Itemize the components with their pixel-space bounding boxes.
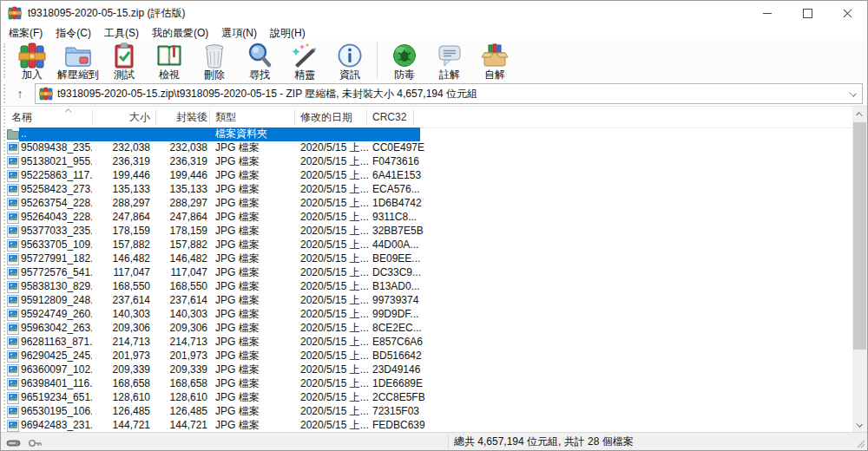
cell-date: 2020/5/15 上... [300,308,370,322]
table-row[interactable]: 96530195_106...126,485126,485JPG 檔案2020/… [6,405,854,419]
drive-icon[interactable] [6,437,22,449]
minimize-button[interactable] [747,1,787,25]
cell-name: 96519234_651... [21,391,92,405]
toolbar-gripper[interactable] [3,43,8,78]
scroll-down-arrow[interactable] [852,418,867,433]
table-row[interactable]: 96519234_651...128,610128,610JPG 檔案2020/… [6,391,854,405]
cell-type: 檔案資料夾 [215,127,295,141]
menu-bar: 檔案(F) 指令(C) 工具(S) 我的最愛(O) 選項(N) 說明(H) [1,25,867,41]
table-row[interactable]: 95263754_228...288,297288,297JPG 檔案2020/… [6,197,854,211]
table-row[interactable]: 95633705_109...157,882157,882JPG 檔案2020/… [6,239,854,252]
menu-tools[interactable]: 工具(S) [98,26,145,41]
table-row[interactable]: 96942483_231...144,721144,721JPG 檔案2020/… [6,419,854,433]
cell-crc: ECA576... [372,183,426,197]
menu-favorites[interactable]: 我的最愛(O) [146,26,214,41]
add-books-icon [18,42,46,69]
toolbar-button-comment[interactable]: 註解 [427,41,472,80]
key-icon[interactable] [27,437,43,449]
toolbar-label: 防毒 [394,69,415,80]
column-divider[interactable] [294,109,295,125]
menu-options[interactable]: 選項(N) [215,26,263,41]
toolbar-button-virus-scan[interactable]: 防毒 [382,41,427,80]
close-button[interactable] [827,1,867,25]
cell-packed: 288,297 [155,197,207,211]
table-row[interactable]: 95924749_260...140,303140,303JPG 檔案2020/… [6,308,854,322]
jpg-file-icon [7,267,20,279]
cell-type: JPG 檔案 [215,294,295,308]
cell-crc: 6A41E153 [372,169,426,183]
cell-name: 96942483_231... [21,419,92,433]
menu-file[interactable]: 檔案(F) [3,26,49,41]
column-header-packed[interactable]: 封裝後 [155,107,207,127]
column-header-type[interactable]: 類型 [215,107,236,127]
cell-crc: 8CE2EC... [372,322,426,336]
cell-date: 2020/5/15 上... [300,225,370,239]
toolbar-label: 檢視 [159,69,180,80]
toolbar-button-test[interactable]: 測試 [102,41,147,80]
jpg-file-icon [7,392,20,404]
cell-name: .. [21,127,92,141]
address-combo[interactable]: t9318095-2020-05-15.zip\t9318095-2020-05… [35,83,863,104]
cell-crc: 23D49146 [372,363,426,377]
column-divider[interactable] [155,109,156,125]
toolbar-button-sfx[interactable]: 自解 [472,41,517,80]
cell-type: JPG 檔案 [215,197,295,211]
column-header-date[interactable]: 修改的日期 [300,107,352,127]
column-header-crc32[interactable]: CRC32 [372,107,406,127]
toolbar-button-info[interactable]: 資訊 [327,41,372,80]
chevron-down-icon[interactable] [850,89,857,96]
column-divider[interactable] [413,109,414,125]
vertical-scrollbar[interactable] [852,107,867,433]
toolbar-button-find[interactable]: 尋找 [237,41,282,80]
table-row[interactable]: 96281163_871...214,713214,713JPG 檔案2020/… [6,336,854,350]
cell-size: 178,159 [88,225,150,239]
table-row[interactable]: 95225863_117...199,446199,446JPG 檔案2020/… [6,169,854,183]
cell-type: JPG 檔案 [215,211,295,225]
scrollbar-thumb[interactable] [853,122,866,350]
jpg-file-icon [7,239,20,252]
column-divider[interactable] [92,109,93,125]
table-row[interactable]: 96360097_102...209,339209,339JPG 檔案2020/… [6,363,854,377]
column-header-size[interactable]: 大小 [88,107,150,127]
toolbar-button-extract-to[interactable]: 解壓縮到 [55,41,102,80]
winrar-window: { "window": { "title": "t9318095-2020-05… [0,0,868,451]
table-row[interactable]: 96290425_245...201,973201,973JPG 檔案2020/… [6,350,854,363]
resize-grip[interactable] [855,438,865,448]
toolbar-button-wizard[interactable]: 精靈 [282,41,327,80]
up-button[interactable]: ↑ [10,84,30,103]
toolbar-button-delete[interactable]: 刪除 [192,41,237,80]
cell-packed: 126,485 [155,405,207,419]
table-row[interactable]: 95772576_541...117,047117,047JPG 檔案2020/… [6,266,854,280]
table-row[interactable]: 95838130_829...168,550168,550JPG 檔案2020/… [6,280,854,294]
sfx-box-icon [481,42,509,69]
cell-name: 95727991_182... [21,252,92,266]
cell-packed: 237,614 [155,294,207,308]
scroll-up-arrow[interactable] [852,107,867,121]
table-row[interactable]: 95377033_235...178,159178,159JPG 檔案2020/… [6,225,854,239]
cell-packed: 236,319 [155,155,207,169]
cell-date: 2020/5/15 上... [300,239,370,252]
toolbar-button-view[interactable]: 檢視 [147,41,192,80]
menu-commands[interactable]: 指令(C) [49,26,97,41]
column-header-name[interactable]: 名稱 [11,107,32,127]
table-row[interactable]: 95912809_248...237,614237,614JPG 檔案2020/… [6,294,854,308]
table-row[interactable]: 95727991_182...146,482146,482JPG 檔案2020/… [6,252,854,266]
table-row[interactable]: 96398401_116...168,658168,658JPG 檔案2020/… [6,377,854,391]
table-row[interactable]: 95138021_955...236,319236,319JPG 檔案2020/… [6,155,854,169]
column-divider[interactable] [209,109,210,125]
jpg-file-icon [7,309,20,321]
toolbar-button-add[interactable]: 加入 [10,41,55,80]
cell-crc: DC33C9... [372,266,426,280]
address-gripper[interactable] [3,84,8,103]
column-divider[interactable] [366,109,367,125]
cell-size: 128,610 [88,391,150,405]
table-row[interactable]: 95264043_228...247,864247,864JPG 檔案2020/… [6,211,854,225]
table-row-parent-folder[interactable]: .. 檔案資料夾 [6,127,854,141]
table-row[interactable]: 95089438_235...232,038232,038JPG 檔案2020/… [6,141,854,155]
table-row[interactable]: 95963042_263...209,306209,306JPG 檔案2020/… [6,322,854,336]
antivirus-icon [391,42,418,69]
jpg-file-icon [7,253,20,265]
table-row[interactable]: 95258423_273...135,133135,133JPG 檔案2020/… [6,183,854,197]
menu-help[interactable]: 說明(H) [264,26,312,41]
maximize-button[interactable] [787,1,827,25]
